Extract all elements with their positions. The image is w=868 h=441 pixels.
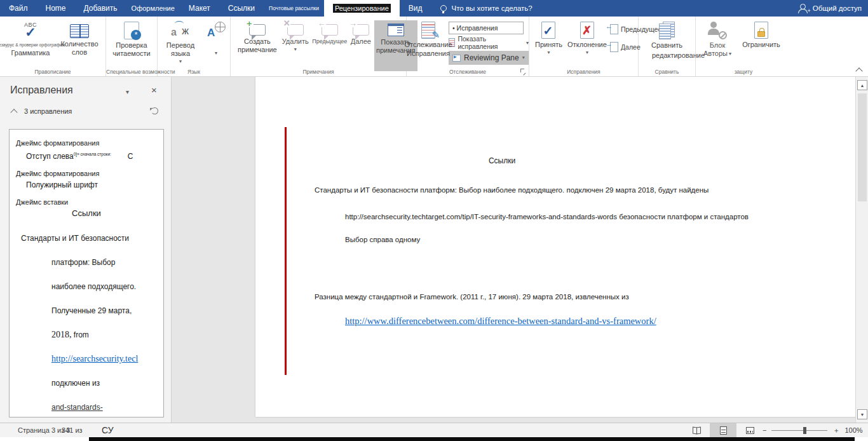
zoom-control: − ＋ 100% — [763, 423, 863, 437]
print-layout-icon — [720, 426, 727, 435]
revision-author: Джеймс форматирования — [10, 169, 163, 179]
excerpt-link: and-standards- — [10, 403, 163, 412]
scroll-up-icon[interactable]: ▲ — [857, 80, 867, 90]
revisions-summary-row: 3 исправления — [0, 106, 172, 119]
group-label-language: Язык — [158, 69, 230, 75]
word-count-icon — [70, 24, 89, 38]
compare-button[interactable]: Сравнить редактирование — [642, 20, 693, 71]
share-person-icon: + — [798, 4, 808, 13]
reviewing-pane-caret-icon: ▾ — [522, 55, 525, 60]
revisions-pane-title: Исправления — [10, 85, 73, 96]
tab-insert[interactable]: Добавить — [75, 0, 126, 17]
block-authors-button[interactable]: Блок Авторы ▾ — [701, 20, 734, 71]
print-layout-button[interactable] — [710, 423, 736, 437]
zoom-out-icon[interactable]: − — [763, 426, 766, 434]
reject-icon: ✗ — [580, 22, 594, 39]
spellcheck-icon: ABC✓ — [20, 22, 41, 41]
word-count-button[interactable]: Количество слов — [57, 20, 102, 71]
revision-author: Джеймс вставки — [10, 198, 163, 207]
tracking-options-column: • Исправления Показать исправления ▾ Rev… — [449, 22, 529, 65]
accept-caret-icon: ▾ — [547, 50, 550, 55]
ribbon-tabs: Файл Home Добавить Оформление Макет Ссыл… — [0, 0, 431, 17]
accept-button[interactable]: ✓ Принять ▾ — [533, 20, 564, 71]
excerpt-line: Стандарты и ИТ безопасности — [10, 234, 163, 243]
excerpt-line: наиболее подходящего. — [10, 282, 163, 291]
previous-change-icon: ← — [610, 24, 618, 34]
document-hyperlink[interactable]: http://www.differencebetween.com/differe… — [345, 316, 656, 327]
language-globe-icon: A — [207, 22, 226, 39]
web-layout-button[interactable] — [736, 423, 763, 437]
collapse-ribbon-icon[interactable] — [855, 67, 862, 74]
translate-caret-icon: ▾ — [179, 59, 182, 64]
new-comment-button[interactable]: ＋ Создать примечание — [236, 20, 279, 71]
restrict-editing-button[interactable]: Ограничить — [738, 20, 785, 71]
revisions-collapse-icon[interactable] — [10, 109, 17, 116]
document-page[interactable] — [255, 77, 855, 417]
display-for-review-combobox[interactable]: • Исправления — [449, 22, 524, 34]
revisions-pane-menu-icon[interactable]: ▾ — [126, 88, 129, 95]
tab-view[interactable]: Вид — [400, 0, 431, 17]
share-label: Общий доступ — [813, 4, 862, 12]
zoom-in-icon[interactable]: ＋ — [832, 426, 839, 435]
check-accessibility-button[interactable]: * Проверка читаемости — [107, 20, 156, 71]
taskbar-strip — [89, 437, 855, 441]
word-count-indicator[interactable]: 341 из — [62, 426, 83, 434]
tab-review[interactable]: Рецензирование — [324, 0, 400, 17]
group-accessibility: * Проверка читаемости Специальные возмож… — [106, 17, 158, 76]
new-comment-icon: ＋ — [249, 24, 266, 36]
revisions-list[interactable]: Джеймс форматирования Отступ слева0]» сн… — [9, 129, 164, 417]
excerpt-line: 2018, from — [10, 330, 163, 339]
excerpt-line: Полученные 29 марта, — [10, 306, 163, 315]
tell-me-box[interactable]: Что вы хотите сделать? — [440, 4, 532, 12]
show-markup-button[interactable]: Показать исправления ▾ — [449, 36, 529, 49]
reviewing-pane-button[interactable]: Reviewing Pane ▾ — [449, 51, 529, 65]
language-indicator[interactable]: СУ — [102, 425, 114, 435]
scroll-down-icon[interactable]: ▼ — [857, 409, 867, 419]
share-button[interactable]: + Общий доступ — [798, 0, 862, 17]
reviewing-pane-icon — [452, 55, 461, 62]
revisions-pane-close-icon[interactable]: × — [151, 85, 157, 95]
zoom-slider[interactable] — [771, 430, 827, 431]
tab-design[interactable]: Оформление — [126, 0, 180, 17]
tab-home[interactable]: Home — [37, 0, 75, 17]
zoom-slider-thumb[interactable] — [803, 427, 806, 434]
vertical-scrollbar[interactable]: ▲ ▼ — [855, 77, 868, 423]
spelling-grammar-button[interactable]: ABC✓ Тезаурус & проверки орфографии Грам… — [4, 20, 57, 71]
track-changes-button[interactable]: ✎ Отслеживание Исправления — [409, 20, 447, 71]
tab-file[interactable]: Файл — [0, 0, 37, 17]
document-heading: Ссылки — [438, 156, 566, 165]
revision-detail: Ссылки — [10, 208, 163, 219]
previous-comment-button[interactable]: ← Предыдущее — [312, 20, 348, 71]
scrollbar-thumb[interactable] — [858, 93, 867, 201]
group-comments: ＋ Создать примечание ✕ Удалить ▾ ← Преды… — [231, 17, 407, 76]
next-comment-icon: → — [353, 24, 369, 36]
document-canvas[interactable]: Ссылки Стандарты и ИТ безопасности платф… — [172, 77, 855, 423]
revision-author: Джеймс форматирования — [10, 139, 163, 148]
reject-button[interactable]: ✗ Отклонение ▾ — [567, 20, 607, 71]
track-changes-icon: ✎ — [421, 22, 435, 39]
tab-mailings[interactable]: Почтовые рассылки — [264, 0, 324, 17]
show-markup-caret-icon: ▾ — [526, 41, 529, 46]
ribbon-tab-bar: Файл Home Добавить Оформление Макет Ссыл… — [0, 0, 868, 17]
web-layout-icon — [746, 427, 754, 434]
next-comment-button[interactable]: → Далее — [349, 20, 373, 71]
language-button[interactable]: A ▾ — [204, 20, 228, 71]
zoom-level[interactable]: 100% — [844, 426, 862, 434]
tab-layout[interactable]: Макет — [180, 0, 219, 17]
group-label-changes: Исправления — [529, 69, 638, 75]
accept-icon: ✓ — [541, 22, 555, 39]
block-authors-caret-icon: ▾ — [729, 51, 731, 57]
delete-comment-button[interactable]: ✕ Удалить ▾ — [280, 20, 311, 71]
translate-button[interactable]: aж Перевод языка ▾ — [159, 20, 201, 71]
group-tracking: ✎ Отслеживание Исправления • Исправления… — [407, 17, 529, 76]
read-mode-button[interactable] — [683, 423, 710, 437]
lightbulb-icon — [440, 5, 447, 11]
tab-references[interactable]: Ссылки — [219, 0, 264, 17]
ribbon: ABC✓ Тезаурус & проверки орфографии Грам… — [0, 17, 868, 77]
refresh-icon[interactable] — [151, 107, 158, 114]
group-proofing: ABC✓ Тезаурус & проверки орфографии Грам… — [0, 17, 106, 76]
next-change-icon: → — [610, 42, 618, 52]
tracking-dialog-launcher-icon[interactable] — [520, 69, 526, 74]
document-paragraph: Выбор справа одному — [345, 236, 420, 243]
group-protect: Блок Авторы ▾ Ограничить защиту — [696, 17, 791, 76]
